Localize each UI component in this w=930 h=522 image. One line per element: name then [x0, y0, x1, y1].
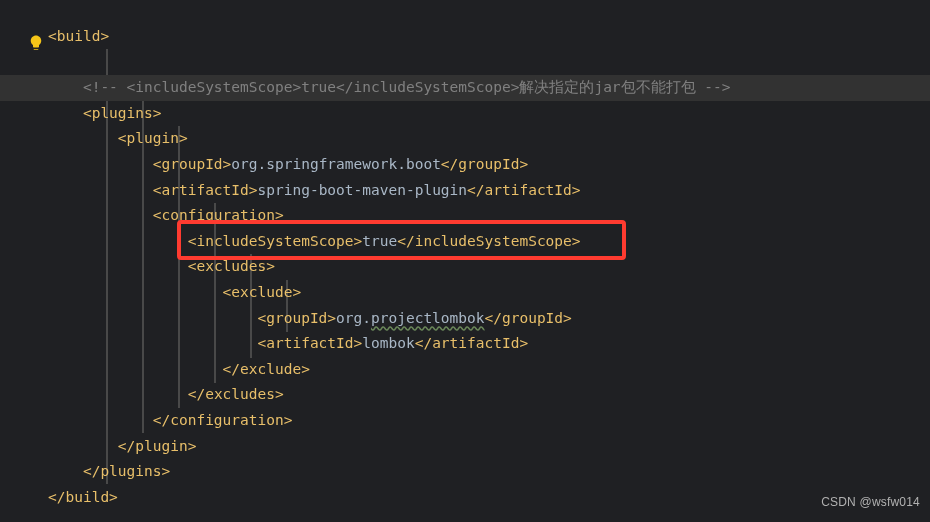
code-line: <artifactId>lombok</artifactId> [48, 331, 930, 357]
xml-tag: </plugins> [83, 463, 170, 479]
lightbulb-icon[interactable] [27, 34, 45, 52]
xml-tag: <groupId> [153, 156, 232, 172]
code-line-highlighted: <!-- <includeSystemScope>true</includeSy… [48, 75, 930, 101]
xml-tag: <excludes> [188, 258, 275, 274]
xml-text: org.springframework.boot [231, 156, 441, 172]
xml-tag: </artifactId> [415, 335, 529, 351]
xml-tag: <includeSystemScope> [188, 233, 363, 249]
code-line: </plugin> [48, 434, 930, 460]
code-line [48, 50, 930, 76]
xml-text-warning: projectlombok [371, 310, 485, 326]
xml-comment: <!-- <includeSystemScope>true</includeSy… [83, 79, 731, 95]
code-line: <plugin> [48, 126, 930, 152]
code-line: <plugins> [48, 101, 930, 127]
xml-text: spring-boot-maven-plugin [258, 182, 468, 198]
xml-tag: <plugin> [118, 130, 188, 146]
code-line: <includeSystemScope>true</includeSystemS… [48, 229, 930, 255]
xml-text: true [362, 233, 397, 249]
xml-tag: </exclude> [223, 361, 310, 377]
xml-text: lombok [362, 335, 414, 351]
code-line: <exclude> [48, 280, 930, 306]
xml-tag: </build> [48, 489, 118, 505]
code-line: </build> [48, 485, 930, 511]
code-area[interactable]: <build> <!-- <includeSystemScope>true</i… [48, 24, 930, 510]
code-line: <artifactId>spring-boot-maven-plugin</ar… [48, 178, 930, 204]
xml-tag: </groupId> [485, 310, 572, 326]
xml-tag: </configuration> [153, 412, 293, 428]
watermark: CSDN @wsfw014 [821, 490, 920, 516]
xml-tag: <artifactId> [258, 335, 363, 351]
code-line: </exclude> [48, 357, 930, 383]
code-line: <build> [48, 24, 930, 50]
xml-tag: </plugin> [118, 438, 197, 454]
xml-tag: <build> [48, 28, 109, 44]
code-line: <configuration> [48, 203, 930, 229]
code-line: </plugins> [48, 459, 930, 485]
xml-tag: </excludes> [188, 386, 284, 402]
xml-tag: <exclude> [223, 284, 302, 300]
xml-text: org. [336, 310, 371, 326]
code-line: </configuration> [48, 408, 930, 434]
xml-tag: <artifactId> [153, 182, 258, 198]
code-line: <groupId>org.springframework.boot</group… [48, 152, 930, 178]
code-editor: <build> <!-- <includeSystemScope>true</i… [0, 0, 930, 522]
code-line: </excludes> [48, 382, 930, 408]
xml-tag: </includeSystemScope> [397, 233, 580, 249]
code-line: <groupId>org.projectlombok</groupId> [48, 306, 930, 332]
xml-tag: <plugins> [83, 105, 162, 121]
xml-tag: <groupId> [258, 310, 337, 326]
xml-tag: </groupId> [441, 156, 528, 172]
code-line: <excludes> [48, 254, 930, 280]
xml-tag: </artifactId> [467, 182, 581, 198]
xml-tag: <configuration> [153, 207, 284, 223]
